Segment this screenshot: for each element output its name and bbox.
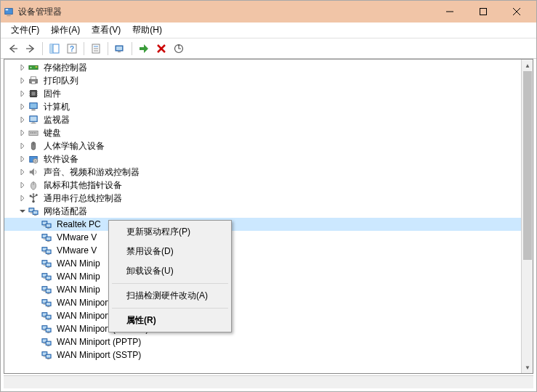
svg-rect-113 bbox=[47, 316, 50, 319]
menu-view[interactable]: 查看(V) bbox=[86, 23, 126, 38]
tree-item-label: WAN Minip bbox=[55, 271, 102, 282]
chevron-right-icon[interactable] bbox=[17, 154, 28, 164]
device-manager-window: 设备管理器 文件(F) 操作(A) 查看(V) 帮助(H) ? 存储控制器打印队… bbox=[0, 0, 537, 392]
tree-item[interactable]: 网络适配器 bbox=[4, 205, 521, 218]
tree-item-label: 存储控制器 bbox=[42, 61, 89, 75]
svg-rect-45 bbox=[36, 132, 37, 134]
chevron-right-icon[interactable] bbox=[17, 115, 28, 125]
twist-empty bbox=[31, 245, 41, 256]
tree-item[interactable]: 声音、视频和游戏控制器 bbox=[4, 166, 521, 179]
tree-item-label: 固件 bbox=[42, 87, 62, 101]
svg-rect-123 bbox=[44, 343, 47, 344]
svg-rect-87 bbox=[44, 265, 47, 266]
tree-item[interactable]: 计算机 bbox=[4, 100, 521, 113]
tree-item[interactable]: 鼠标和其他指针设备 bbox=[4, 179, 521, 192]
chevron-right-icon[interactable] bbox=[17, 102, 28, 112]
svg-rect-52 bbox=[35, 163, 36, 163]
context-menu-item[interactable]: 属性(R) bbox=[110, 311, 230, 330]
menu-file[interactable]: 文件(F) bbox=[5, 23, 45, 38]
svg-rect-38 bbox=[31, 117, 37, 121]
show-hide-tree-button[interactable] bbox=[47, 41, 62, 57]
twist-empty bbox=[31, 337, 41, 347]
scroll-up-arrow-icon[interactable]: ▲ bbox=[522, 60, 533, 71]
close-button[interactable] bbox=[500, 1, 533, 23]
back-button[interactable] bbox=[5, 41, 21, 57]
toolbar-separator bbox=[132, 42, 132, 55]
tree-item[interactable]: WAN Minip bbox=[4, 283, 521, 296]
tree-item-label: WAN Minip bbox=[55, 258, 102, 269]
tree-item[interactable]: 固件 bbox=[4, 87, 521, 100]
tree-item[interactable]: 打印队列 bbox=[4, 74, 521, 87]
tree-item[interactable]: 通用串行总线控制器 bbox=[4, 192, 521, 205]
svg-rect-59 bbox=[30, 195, 32, 197]
enable-device-button[interactable] bbox=[136, 41, 152, 57]
tree-item-label: WAN Miniport (SSTP) bbox=[55, 349, 142, 361]
tree-item[interactable]: 监视器 bbox=[4, 113, 521, 126]
svg-rect-71 bbox=[47, 224, 50, 227]
uninstall-device-button[interactable] bbox=[153, 41, 169, 57]
svg-rect-75 bbox=[44, 239, 47, 240]
chevron-right-icon[interactable] bbox=[17, 141, 28, 151]
tree-item[interactable]: WAN Miniport (L2TP) bbox=[4, 296, 521, 309]
tree-item[interactable]: WAN Miniport (SSTP) bbox=[4, 348, 521, 362]
chevron-right-icon[interactable] bbox=[17, 180, 28, 190]
context-menu-item[interactable]: 扫描检测硬件改动(A) bbox=[110, 286, 230, 306]
scroll-thumb[interactable] bbox=[523, 71, 532, 260]
update-driver-button[interactable] bbox=[171, 41, 187, 57]
maximize-button[interactable] bbox=[467, 1, 500, 23]
help-button[interactable]: ? bbox=[64, 41, 80, 57]
svg-rect-96 bbox=[47, 280, 50, 281]
tree-item[interactable]: WAN Miniport (Network Monitor) bbox=[4, 309, 521, 322]
properties-button[interactable] bbox=[88, 41, 104, 57]
tree-item[interactable]: 键盘 bbox=[4, 126, 521, 139]
context-menu-item[interactable]: 禁用设备(D) bbox=[110, 242, 230, 261]
chevron-right-icon[interactable] bbox=[17, 128, 28, 138]
svg-rect-36 bbox=[31, 110, 35, 111]
svg-point-50 bbox=[35, 160, 36, 162]
toolbar: ? bbox=[1, 38, 536, 59]
tree-item[interactable]: 人体学输入设备 bbox=[4, 139, 521, 152]
menu-help[interactable]: 帮助(H) bbox=[126, 23, 168, 38]
scan-hardware-button[interactable] bbox=[112, 41, 128, 57]
tree-item-label: Realtek PC bbox=[55, 219, 102, 230]
tree-item[interactable]: WAN Miniport (PPTP) bbox=[4, 335, 521, 348]
tree-item[interactable]: WAN Miniport (PPPOE) bbox=[4, 322, 521, 335]
context-menu-item[interactable]: 卸载设备(U) bbox=[110, 261, 230, 281]
svg-rect-44 bbox=[34, 132, 36, 134]
tree-item[interactable]: VMware V bbox=[4, 231, 521, 244]
chevron-right-icon[interactable] bbox=[17, 89, 28, 99]
chevron-down-icon[interactable] bbox=[17, 206, 28, 216]
chevron-right-icon[interactable] bbox=[17, 62, 28, 73]
chevron-right-icon[interactable] bbox=[17, 75, 28, 86]
tree-item[interactable]: VMware V bbox=[4, 244, 521, 257]
svg-rect-8 bbox=[50, 44, 53, 53]
tree-item[interactable]: WAN Minip bbox=[4, 257, 521, 270]
tree-item[interactable]: 软件设备 bbox=[4, 152, 521, 166]
svg-point-57 bbox=[32, 200, 35, 203]
svg-rect-132 bbox=[47, 359, 50, 359]
net-icon bbox=[41, 323, 52, 335]
context-menu-item[interactable]: 更新驱动程序(P) bbox=[110, 222, 230, 242]
net-icon bbox=[41, 258, 52, 269]
twist-empty bbox=[31, 311, 41, 321]
svg-rect-1 bbox=[7, 15, 10, 16]
twist-empty bbox=[31, 285, 41, 295]
storage-ctrl-icon bbox=[28, 62, 39, 73]
forward-button[interactable] bbox=[23, 41, 39, 57]
tree-item[interactable]: WAN Minip bbox=[4, 270, 521, 283]
svg-rect-84 bbox=[47, 254, 50, 255]
minimize-button[interactable] bbox=[433, 1, 467, 23]
svg-rect-81 bbox=[44, 252, 47, 253]
context-menu: 更新驱动程序(P)禁用设备(D)卸载设备(U)扫描检测硬件改动(A)属性(R) bbox=[108, 220, 232, 332]
svg-rect-39 bbox=[32, 123, 35, 123]
device-tree[interactable]: 存储控制器打印队列固件计算机监视器键盘人体学输入设备软件设备声音、视频和游戏控制… bbox=[4, 60, 521, 373]
tree-item[interactable]: Realtek PC bbox=[4, 218, 521, 231]
menu-action[interactable]: 操作(A) bbox=[45, 23, 86, 38]
vertical-scrollbar[interactable]: ▲ ▼ bbox=[521, 60, 533, 373]
tree-item[interactable]: 存储控制器 bbox=[4, 61, 521, 74]
chevron-right-icon[interactable] bbox=[17, 193, 28, 203]
chevron-right-icon[interactable] bbox=[17, 167, 28, 177]
scroll-down-arrow-icon[interactable]: ▼ bbox=[522, 362, 533, 373]
svg-rect-18 bbox=[118, 52, 121, 52]
svg-rect-131 bbox=[47, 355, 50, 358]
